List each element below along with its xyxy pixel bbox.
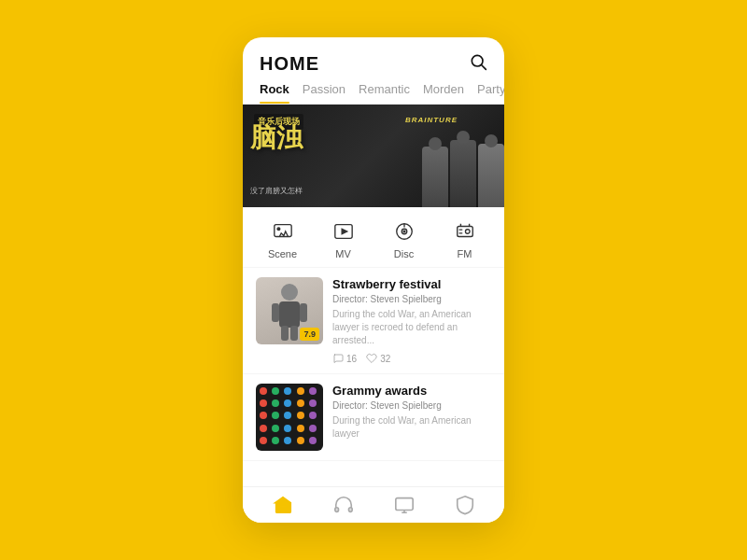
quick-scene[interactable]: Scene — [266, 218, 300, 259]
item-title: Grammy awards — [332, 384, 491, 398]
nav-home[interactable] — [273, 495, 293, 515]
rating-badge: 7.9 — [300, 328, 319, 341]
content-list: 7.9 Strawberry festival Director: Steven… — [243, 268, 504, 486]
item-description: During the cold War, an American lawyer … — [332, 308, 491, 347]
comment-count: 16 — [332, 353, 357, 364]
hero-banner[interactable]: 音乐后现场 脑浊 BRAINTURE 没了肩膀又怎样 — [243, 105, 504, 207]
tab-remantic[interactable]: Remantic — [359, 82, 410, 104]
banner-brand: BRAINTURE — [405, 116, 458, 124]
disc-label: Disc — [394, 248, 414, 259]
nav-headphones[interactable] — [333, 495, 354, 515]
quick-disc[interactable]: Disc — [388, 218, 421, 259]
list-item[interactable]: Grammy awards Director: Steven Spielberg… — [243, 374, 504, 461]
like-count: 32 — [366, 353, 390, 364]
fm-icon — [448, 218, 482, 245]
mv-label: MV — [335, 248, 351, 259]
tab-party[interactable]: Party — [477, 82, 504, 104]
svg-rect-22 — [280, 507, 286, 512]
fm-label: FM — [458, 248, 472, 259]
svg-rect-18 — [272, 303, 279, 322]
svg-rect-23 — [334, 508, 338, 512]
banner-title: 脑浊 — [250, 125, 303, 151]
quick-icons-bar: Scene MV Disc — [243, 207, 504, 268]
header: HOME — [243, 37, 504, 82]
item-director: Director: Steven Spielberg — [332, 294, 491, 304]
page-title: HOME — [260, 53, 319, 75]
item-thumbnail-strawberry: 7.9 — [256, 277, 323, 344]
tab-passion[interactable]: Passion — [303, 82, 345, 104]
quick-fm[interactable]: FM — [448, 218, 482, 259]
search-icon[interactable] — [469, 52, 487, 75]
svg-rect-20 — [281, 326, 289, 341]
scene-label: Scene — [268, 248, 297, 259]
nav-screen[interactable] — [394, 495, 415, 515]
tab-morden[interactable]: Morden — [423, 82, 464, 104]
svg-rect-24 — [348, 508, 352, 512]
svg-rect-17 — [279, 301, 300, 328]
svg-point-16 — [281, 284, 298, 301]
nav-shield[interactable] — [455, 495, 475, 515]
item-info: Grammy awards Director: Steven Spielberg… — [332, 384, 491, 446]
banner-subtitle: 没了肩膀又怎样 — [250, 186, 303, 196]
scene-icon — [266, 218, 300, 245]
quick-mv[interactable]: MV — [327, 218, 360, 259]
phone-card: HOME Rock Passion Remantic Morden Party … — [243, 37, 504, 523]
item-title: Strawberry festival — [332, 277, 491, 291]
list-item[interactable]: 7.9 Strawberry festival Director: Steven… — [243, 268, 504, 374]
bottom-nav — [243, 486, 504, 523]
svg-marker-5 — [342, 229, 347, 234]
svg-rect-19 — [300, 303, 307, 322]
svg-point-8 — [403, 231, 405, 232]
banner-people — [420, 140, 504, 207]
item-info: Strawberry festival Director: Steven Spi… — [332, 277, 491, 364]
item-director: Director: Steven Spielberg — [332, 400, 491, 411]
mv-icon — [327, 218, 360, 245]
tab-bar: Rock Passion Remantic Morden Party — [243, 82, 504, 105]
svg-point-13 — [465, 230, 470, 234]
item-description: During the cold War, an American lawyer — [332, 414, 491, 441]
tab-rock[interactable]: Rock — [260, 82, 289, 104]
item-stats: 16 32 — [332, 353, 491, 364]
svg-line-1 — [482, 65, 486, 70]
disc-icon — [388, 218, 421, 245]
item-thumbnail-grammy — [256, 384, 323, 451]
svg-rect-21 — [290, 326, 298, 341]
svg-rect-25 — [395, 498, 412, 511]
svg-point-3 — [277, 228, 280, 231]
